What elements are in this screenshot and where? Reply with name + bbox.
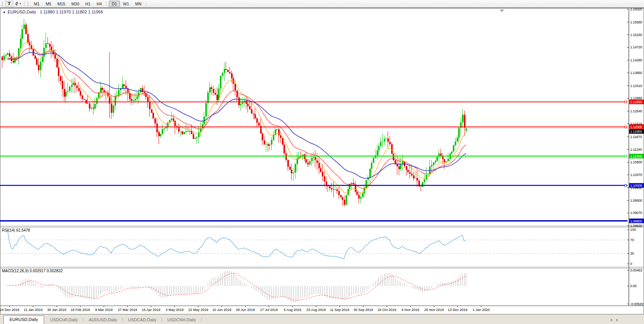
tab-eurusd-daily[interactable]: EURUSD,Daily [3, 316, 44, 324]
price-axis-label: 1.13410 [630, 84, 642, 88]
timeframe-button-m15[interactable]: M15 [54, 1, 68, 7]
toolbar-grip[interactable] [28, 2, 29, 6]
level-handle[interactable] [625, 101, 627, 103]
candle-body [82, 95, 83, 99]
candle-body [211, 87, 212, 89]
timeframe-button-m1[interactable]: M1 [31, 1, 43, 7]
candle-body [238, 97, 240, 105]
timeframe-button-h1[interactable]: H1 [82, 1, 93, 7]
tab-scroll-left-icon[interactable]: ◄ [610, 318, 616, 322]
candle-body [440, 153, 442, 156]
level-handle[interactable] [625, 126, 627, 128]
candle-body [373, 158, 374, 163]
candle-body [205, 103, 207, 117]
candle-body [71, 85, 72, 87]
candle-body [149, 102, 151, 109]
rsi-indicator-label: RSI(14) 61.5478 [2, 228, 30, 232]
candle-body [13, 61, 14, 62]
candle-body [344, 200, 345, 205]
candle-body [283, 145, 285, 153]
candle-body [415, 178, 416, 178]
candle-body [315, 157, 316, 160]
candle-body [231, 73, 233, 78]
cursor-tool-button[interactable]: ⇄ ▾ [13, 1, 23, 7]
candle-body [58, 67, 59, 76]
candle-body [25, 25, 27, 34]
rsi-axis-label: 70 [630, 238, 634, 242]
price-axis-label: 1.12110 [630, 122, 642, 126]
candle-body [360, 197, 362, 199]
candle-body [142, 88, 143, 92]
date-axis-label: 18 Feb 2019 [70, 308, 90, 312]
candle-body [216, 95, 218, 100]
date-axis-label: 28 Jun 2019 [236, 308, 255, 312]
candle-body [253, 113, 254, 114]
candle-body [184, 132, 185, 134]
level-handle[interactable] [625, 184, 627, 186]
date-axis-label: 13 Dec 2019 [448, 308, 467, 312]
candle-body [369, 169, 371, 178]
tab-scroll-right-icon[interactable]: ► [616, 318, 622, 322]
candle-body [362, 193, 364, 197]
candle-body [93, 108, 94, 108]
candle-body [358, 195, 360, 199]
price-level-badge-label: 1.12859 [630, 100, 642, 104]
timeframe-button-d1[interactable]: D1 [109, 1, 120, 7]
candle-body [426, 174, 427, 179]
candle-body [377, 150, 378, 155]
chart-tab-strip: EURUSD,DailyUSDCHF,Daily|AUDUSD,Daily|US… [0, 314, 644, 324]
candle-body [136, 97, 138, 99]
timeframe-toolbar: M1M5M15M30H1H4D1W1MN [31, 1, 148, 7]
tab-audusd-daily[interactable]: AUDUSD,Daily [84, 316, 122, 324]
candle-body [457, 138, 458, 141]
candle-body [171, 118, 172, 120]
candle-body [76, 86, 78, 88]
candle-body [215, 93, 216, 95]
timeframe-button-m30[interactable]: M30 [68, 1, 82, 7]
date-axis-label: 25 Nov 2019 [424, 308, 444, 312]
candle-body [307, 163, 309, 164]
timeframe-button-m5[interactable]: M5 [43, 1, 54, 7]
candle-body [293, 173, 294, 174]
price-axis-label: 1.11240 [630, 148, 642, 151]
chart-title: ▼EURUSD,Daily1.11880 1.11970 1.11802 1.1… [3, 10, 103, 14]
candle-body [289, 167, 291, 170]
price-axis-label: 1.10800 [630, 160, 642, 164]
toolbar-grip[interactable] [2, 2, 4, 6]
price-level-badge-label: 1.11956 [630, 130, 642, 133]
candle-body [100, 88, 102, 93]
text-tool-button[interactable]: T [5, 1, 13, 7]
candle-body [331, 188, 333, 189]
candle-body [464, 115, 465, 128]
timeframe-button-w1[interactable]: W1 [120, 1, 132, 7]
tab-usdcnh-daily[interactable]: USDCNH,Daily [163, 316, 201, 324]
macd-indicator-label: MACD(12,26,9) 0.002917 0.002832 [2, 269, 62, 273]
candle-body [256, 118, 258, 123]
level-handle[interactable] [625, 155, 627, 157]
tab-usdcad-daily[interactable]: USDCAD,Daily [123, 316, 161, 324]
candle-body [305, 159, 307, 163]
candle-body [365, 180, 367, 188]
timeframe-button-h4[interactable]: H4 [93, 1, 105, 7]
candle-body [300, 157, 302, 157]
candle-body [2, 56, 3, 60]
candle-body [340, 195, 342, 197]
candle-body [378, 146, 380, 151]
price-axis-label: 1.15580 [630, 20, 642, 24]
collapse-triangle-icon[interactable]: ▼ [3, 11, 6, 14]
candle-body [134, 99, 136, 100]
price-axis-label: 1.14280 [630, 58, 642, 62]
timeframe-button-mn[interactable]: MN [132, 1, 144, 7]
candle-body [389, 142, 391, 144]
candle-body [180, 132, 182, 132]
candle-body [346, 195, 347, 205]
candle-body [56, 59, 58, 67]
candle-body [251, 109, 252, 114]
chart-canvas[interactable]: 1.128591.120051.119561.110091.100081.088… [0, 0, 644, 324]
candle-body [51, 46, 52, 50]
candle-body [309, 161, 311, 164]
price-axis-label: 1.16020 [630, 7, 642, 11]
tab-usdchf-daily[interactable]: USDCHF,Daily [46, 316, 82, 324]
candle-body [123, 84, 125, 86]
candle-body [246, 101, 247, 104]
